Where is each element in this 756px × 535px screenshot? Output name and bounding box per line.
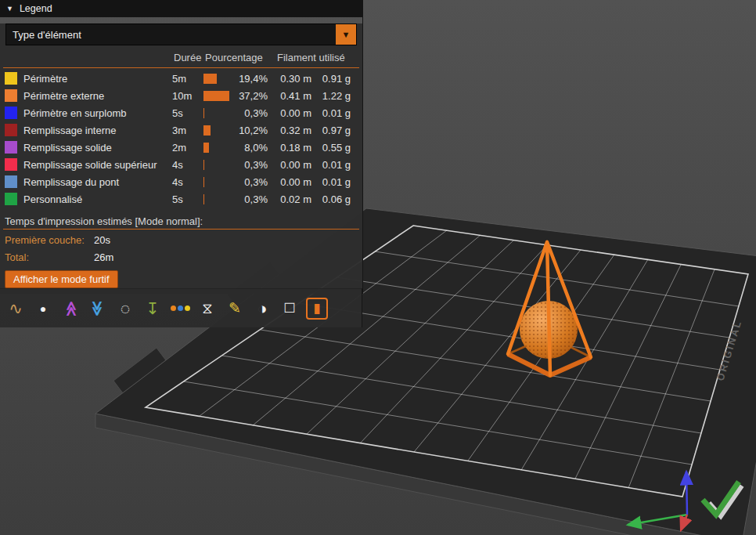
duration-value: 10m: [172, 90, 203, 102]
total-time-row: Total: 26m: [0, 248, 362, 266]
pause-dot-yellow: [185, 305, 190, 311]
filament-length: 0.41 m: [275, 90, 311, 102]
duration-value: 2m: [172, 142, 203, 154]
header-duration: Durée: [174, 52, 201, 63]
percent-bar: [203, 74, 233, 84]
print-time-heading: Temps d'impression estimés [Mode normal]…: [5, 215, 358, 227]
filament-length: 0.18 m: [275, 142, 311, 154]
element-type-value: Type d'élément: [6, 29, 336, 41]
legend-titlebar[interactable]: ▼ Legend: [0, 0, 362, 17]
feature-label: Personnalisé: [23, 193, 172, 205]
orange-divider: [3, 67, 359, 68]
collapse-triangle-icon: ▼: [6, 5, 13, 13]
color-swatch: [5, 89, 17, 102]
header-percentage: Pourcentage: [205, 52, 263, 63]
percent-value: 8,0%: [233, 142, 268, 154]
percent-value: 37,2%: [233, 90, 268, 102]
filament-weight: 0.06 g: [316, 193, 351, 205]
filament-weight: 0.97 g: [316, 125, 351, 136]
filament-length: 0.00 m: [275, 176, 311, 188]
percent-value: 0,3%: [233, 176, 268, 188]
filament-weight: 0.91 g: [316, 73, 351, 85]
first-layer-row: Première couche: 20s: [0, 231, 362, 248]
header-filament: Filament utilisé: [277, 52, 345, 63]
percent-bar: [203, 91, 233, 101]
percent-value: 0,3%: [233, 193, 268, 205]
feature-label: Remplissage interne: [23, 125, 172, 136]
element-type-select[interactable]: Type d'élément ▼: [5, 23, 357, 45]
table-row: Périmètre en surplomb 5s 0,3% 0.00 m 0.0…: [0, 104, 362, 121]
view-options-toolbar: ∿ ● ≫ ≫ ◌ ↧ ⧖ ✎ ◑ ☐ ▮: [0, 288, 362, 327]
color-swatch: [5, 193, 17, 205]
percent-bar: [203, 177, 233, 187]
duration-value: 5s: [172, 107, 203, 119]
percent-bar: [203, 125, 233, 136]
filament-length: 0.00 m: [275, 107, 311, 119]
table-row: Personnalisé 5s 0,3% 0.02 m 0.06 g: [0, 190, 362, 208]
table-row: Périmètre externe 10m 37,2% 0.41 m 1.22 …: [0, 87, 362, 104]
tool-changes-icon[interactable]: ◌: [114, 298, 136, 320]
legend-pin-icon[interactable]: ▮: [306, 298, 328, 320]
filament-length: 0.00 m: [275, 159, 311, 171]
total-value: 26m: [94, 251, 113, 263]
table-header: Durée Pourcentage Filament utilisé: [0, 50, 362, 66]
table-row: Remplissage interne 3m 10,2% 0.32 m 0.97…: [0, 121, 362, 139]
tool-marker-icon[interactable]: ◑: [251, 298, 273, 320]
seams-icon[interactable]: ≫: [87, 298, 109, 320]
duration-value: 4s: [172, 176, 203, 188]
percent-value: 0,3%: [233, 107, 268, 119]
filament-length: 0.30 m: [275, 73, 311, 85]
chevron-down-icon[interactable]: ▼: [336, 24, 356, 45]
first-layer-label: Première couche:: [5, 234, 94, 246]
filament-length: 0.02 m: [275, 193, 311, 205]
filament-weight: 0.01 g: [316, 107, 351, 119]
table-row: Remplissage du pont 4s 0,3% 0.00 m 0.01 …: [0, 173, 362, 190]
filament-weight: 1.22 g: [316, 90, 351, 102]
percent-bar: [203, 160, 233, 170]
shells-icon[interactable]: ✎: [224, 298, 246, 320]
color-swatch: [5, 72, 17, 85]
duration-value: 5s: [172, 193, 203, 205]
duration-value: 4s: [172, 159, 203, 171]
feature-label: Remplissage solide: [23, 142, 172, 154]
color-swatch: [5, 107, 17, 119]
feature-label: Remplissage solide supérieur: [23, 159, 172, 171]
table-row: Périmètre 5m 19,4% 0.30 m 0.91 g: [0, 70, 362, 87]
legend-table: Périmètre 5m 19,4% 0.30 m 0.91 g Périmèt…: [0, 70, 362, 208]
legend-panel: ▼ Legend Type d'élément ▼ Durée Pourcent…: [0, 0, 363, 294]
legend-title: Legend: [20, 3, 52, 14]
feature-label: Remplissage du pont: [23, 176, 172, 188]
percent-value: 10,2%: [233, 125, 268, 136]
pause-prints-icon[interactable]: [169, 298, 191, 320]
feature-label: Périmètre externe: [23, 90, 172, 102]
color-swatch: [5, 175, 17, 188]
pause-dot-orange: [171, 305, 176, 311]
color-swatch: [5, 141, 17, 154]
custom-gcode-icon[interactable]: ⧖: [196, 298, 218, 320]
percent-value: 19,4%: [233, 73, 268, 85]
table-row: Remplissage solide 2m 8,0% 0.18 m 0.55 g: [0, 139, 362, 156]
filament-weight: 0.55 g: [316, 142, 351, 154]
duration-value: 5m: [172, 73, 203, 85]
feature-label: Périmètre: [23, 73, 172, 85]
total-label: Total:: [5, 251, 94, 263]
percent-bar: [203, 108, 233, 118]
color-swatch: [5, 124, 17, 136]
app-window: ORIGINAL ▼ Legend: [0, 0, 756, 535]
bounding-box-icon[interactable]: ☐: [279, 298, 301, 320]
travel-paths-icon[interactable]: ∿: [5, 298, 27, 320]
filament-weight: 0.01 g: [316, 176, 351, 188]
filament-weight: 0.01 g: [316, 159, 351, 171]
first-layer-value: 20s: [94, 234, 110, 246]
filament-length: 0.32 m: [275, 125, 311, 136]
stealth-mode-button[interactable]: Afficher le mode furtif: [5, 270, 118, 288]
color-changes-icon[interactable]: ↧: [142, 298, 164, 320]
color-swatch: [5, 158, 17, 171]
duration-value: 3m: [172, 125, 203, 136]
pause-dot-blue: [178, 305, 183, 311]
percent-value: 0,3%: [233, 159, 268, 171]
table-row: Remplissage solide supérieur 4s 0,3% 0.0…: [0, 156, 362, 173]
deretractions-icon[interactable]: ≫: [59, 298, 81, 320]
feature-label: Périmètre en surplomb: [23, 107, 172, 119]
retractions-icon[interactable]: ●: [32, 298, 54, 320]
